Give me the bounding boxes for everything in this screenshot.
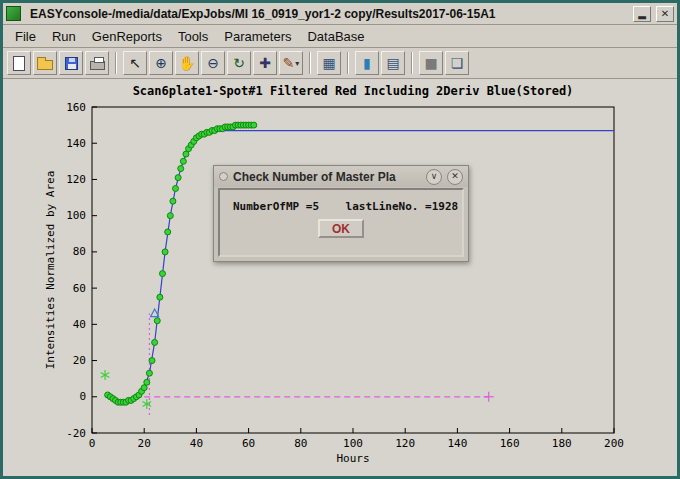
dialog-title: Check Number of Master Pla (233, 170, 421, 184)
y-tick-label: 40 (73, 318, 86, 331)
toolbar-separator (115, 52, 117, 74)
filtered-intensity-markers (152, 339, 158, 345)
show-plot-tools-icon: ❏ (451, 56, 464, 70)
toolbar-separator (347, 52, 349, 74)
y-tick-label: 160 (66, 101, 86, 114)
pan-hand-button[interactable]: ✋ (175, 51, 199, 75)
ok-button[interactable]: OK (318, 219, 364, 238)
app-icon (6, 6, 21, 21)
dialog-menu-icon[interactable] (219, 172, 228, 181)
x-tick-label: 120 (395, 437, 415, 450)
filtered-intensity-markers (178, 166, 184, 172)
x-tick-label: 80 (294, 437, 307, 450)
y-tick-label: 120 (66, 173, 86, 186)
filtered-intensity-markers (149, 358, 155, 364)
filtered-intensity-markers (144, 379, 150, 385)
dialog-close-button[interactable]: ✕ (447, 169, 463, 185)
menu-file[interactable]: File (7, 27, 44, 46)
dialog-titlebar[interactable]: Check Number of Master Pla ∨ ✕ (214, 166, 468, 187)
x-tick-label: 60 (242, 437, 255, 450)
pan-hand-icon: ✋ (178, 56, 195, 70)
insert-legend-button[interactable]: ▤ (381, 51, 405, 75)
filtered-intensity-markers (251, 122, 257, 128)
filtered-intensity-markers (159, 271, 165, 277)
open-file-icon (37, 60, 53, 70)
x-tick-label: 140 (447, 437, 467, 450)
y-tick-label: 80 (73, 245, 86, 258)
y-tick-label: 0 (79, 390, 86, 403)
edit-cursor-icon: ↖ (129, 56, 141, 70)
chart-canvas: 020406080100120140160180200-200204060801… (3, 79, 677, 475)
minimize-button[interactable]: ▂ (633, 6, 651, 22)
filtered-intensity-markers (165, 229, 171, 235)
x-axis-label: Hours (336, 452, 369, 465)
zoom-out-icon: ⊖ (207, 56, 219, 70)
data-cursor-icon: ✚ (259, 56, 271, 70)
open-file-button[interactable] (33, 51, 57, 75)
filtered-intensity-markers (154, 318, 160, 324)
app-window: EASYconsole-/media/data/ExpJobs/MI 16_09… (0, 0, 680, 479)
new-figure-button[interactable] (7, 51, 31, 75)
insert-colorbar-icon: ▮ (363, 56, 371, 70)
zoom-out-button[interactable]: ⊖ (201, 51, 225, 75)
data-cursor-button[interactable]: ✚ (253, 51, 277, 75)
y-axis-label: Intensities Normalized by Area (44, 171, 57, 370)
insert-legend-icon: ▤ (386, 56, 399, 70)
figure-area: 020406080100120140160180200-200204060801… (3, 79, 677, 476)
filtered-intensity-markers (167, 213, 173, 219)
x-tick-label: 160 (500, 437, 520, 450)
menubar: FileRunGenReportsToolsParametersDataBase (3, 25, 677, 48)
y-tick-label: 60 (73, 282, 86, 295)
x-tick-label: 100 (343, 437, 363, 450)
filtered-intensity-markers (146, 370, 152, 376)
dialog-message: NumberOfMP =5 lastLineNo. =1928 (220, 190, 462, 213)
filtered-intensity-markers (173, 186, 179, 192)
toolbar-separator (411, 52, 413, 74)
menu-genreports[interactable]: GenReports (84, 27, 170, 46)
x-tick-label: 200 (604, 437, 624, 450)
titlebar[interactable]: EASYconsole-/media/data/ExpJobs/MI 16_09… (3, 3, 677, 25)
brush-icon: ✎ (283, 56, 295, 70)
x-tick-label: 0 (89, 437, 96, 450)
zoom-in-icon: ⊕ (155, 56, 167, 70)
print-figure-icon (90, 61, 105, 70)
new-figure-icon (13, 56, 25, 71)
x-tick-label: 20 (138, 437, 151, 450)
y-tick-label: -20 (66, 427, 86, 440)
toolbar-separator (309, 52, 311, 74)
plot-box (92, 107, 614, 433)
filtered-intensity-markers (175, 175, 181, 181)
y-tick-label: 140 (66, 137, 86, 150)
brush-dropdown-icon[interactable]: ▾ (295, 59, 299, 68)
close-button[interactable]: ✕ (656, 6, 674, 22)
save-figure-button[interactable] (59, 51, 83, 75)
chart-title: Scan6plate1-Spot#1 Filtered Red Includin… (133, 84, 574, 98)
show-plot-tools-button[interactable]: ❏ (445, 51, 469, 75)
link-plots-button[interactable]: ▦ (317, 51, 341, 75)
save-figure-icon (65, 57, 78, 70)
menu-run[interactable]: Run (44, 27, 84, 46)
menu-database[interactable]: DataBase (299, 27, 372, 46)
print-figure-button[interactable] (85, 51, 109, 75)
x-tick-label: 40 (190, 437, 203, 450)
filtered-intensity-markers (180, 158, 186, 164)
y-tick-label: 20 (73, 354, 86, 367)
hide-plot-tools-button[interactable]: ■ (419, 51, 443, 75)
edit-cursor-button[interactable]: ↖ (123, 51, 147, 75)
brush-button[interactable]: ✎▾ (279, 51, 303, 75)
menu-parameters[interactable]: Parameters (216, 27, 299, 46)
y-tick-label: 100 (66, 209, 86, 222)
window-title: EASYconsole-/media/data/ExpJobs/MI 16_09… (24, 7, 628, 21)
dialog-check-number-of-master-plates: Check Number of Master Pla ∨ ✕ NumberOfM… (213, 165, 469, 262)
dialog-body: NumberOfMP =5 lastLineNo. =1928 OK (218, 188, 464, 257)
insert-colorbar-button[interactable]: ▮ (355, 51, 379, 75)
link-plots-icon: ▦ (322, 56, 335, 70)
zoom-in-button[interactable]: ⊕ (149, 51, 173, 75)
menu-tools[interactable]: Tools (170, 27, 216, 46)
dialog-shade-button[interactable]: ∨ (426, 169, 442, 185)
filtered-intensity-markers (162, 249, 168, 255)
toolbar: ↖⊕✋⊖↻✚✎▾▦▮▤■❏ (3, 48, 677, 79)
rotate-3d-button[interactable]: ↻ (227, 51, 251, 75)
filtered-intensity-markers (157, 294, 163, 300)
x-tick-label: 180 (552, 437, 572, 450)
